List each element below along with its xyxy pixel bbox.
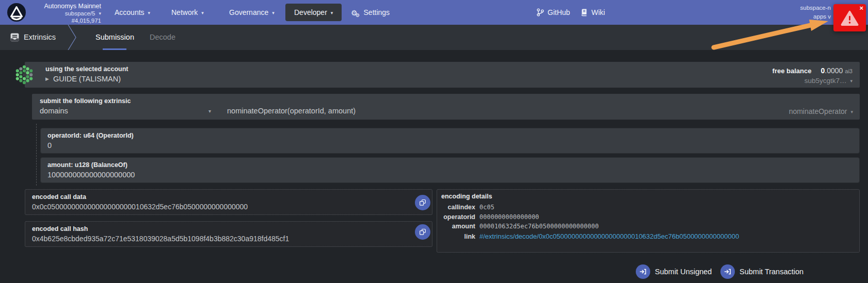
sign-in-icon [636,264,650,279]
encoding-row-value: 0000000000000000 [479,213,739,221]
extrinsic-panel: submit the following extrinsic domains ▾… [32,94,860,120]
account-identicon [14,64,35,85]
tab-decode[interactable]: Decode [150,25,175,50]
tab-submission[interactable]: Submission [95,25,134,50]
extrinsics-icon [10,32,20,42]
chevron-down-icon: ▾ [331,4,333,22]
param-operatorid: operatorId: u64 (OperatorId) 0 [40,128,860,154]
copy-call-data-button[interactable] [415,195,430,210]
close-icon[interactable]: × [859,5,863,11]
apps-version: apps v [733,12,831,21]
account-name: GUIDE (TALISMAN) [53,75,121,83]
submit-transaction-label: Submit Transaction [740,268,803,276]
menu-developer-active[interactable]: Developer▾ [285,4,342,21]
encoded-call-hash-row: encoded call hash 0x4b625e8cbded935a72c7… [25,221,432,247]
encoding-row-label: operatorid [441,213,475,221]
submit-unsigned-label: Submit Unsigned [655,268,712,276]
encoding-row-value: 000010632d5ec76b0500000000000000 [479,223,739,230]
balance-unit: ai3 [845,68,853,74]
autonomys-logo-icon[interactable] [7,3,26,22]
account-panel: using the selected account ▶GUIDE (TALIS… [25,62,860,88]
github-link[interactable]: GitHub [537,0,570,25]
runtime-selector[interactable]: subspace/5▾ [26,10,101,17]
menu-accounts[interactable]: Accounts▾ [115,0,150,25]
encoding-details-panel: encoding details callindex 0c05 operator… [437,189,860,253]
param-label: amount: u128 (BalanceOf) [47,161,127,169]
balance-fraction: .0000 [825,66,843,75]
git-branch-icon [537,8,544,16]
menu-network[interactable]: Network▾ [171,0,204,25]
param-amount: amount: u128 (BalanceOf) 100000000000000… [40,157,860,183]
encoded-call-hash-value: 0x4b625e8cbded935a72c71e5318039028a5d5b1… [32,235,289,243]
account-address: sub5ycgtk7… [805,77,847,85]
chevron-down-icon: ▾ [201,1,204,25]
node-name: subspace-n [733,4,831,12]
encoding-row-label: callindex [441,204,475,211]
book-icon [581,8,588,16]
encoding-row-value: 0c05 [479,204,739,211]
copy-call-hash-button[interactable] [415,224,430,240]
encoded-call-data-row: encoded call data 0x0c050000000000000000… [25,189,432,215]
chevron-down-icon: ▾ [148,1,151,25]
breadcrumb-chevron-icon [67,25,77,50]
extrinsic-section-label: submit the following extrinsic [40,97,131,105]
account-address-dropdown[interactable]: sub5ycgtk7…▾ [805,77,853,85]
free-balance-label: free balance [773,67,812,75]
encoding-row-label: amount [441,223,475,230]
chevron-down-icon: ▾ [850,78,853,84]
menu-settings[interactable]: ⚙⚙Settings [351,0,390,25]
encoded-call-data-label: encoded call data [32,193,86,201]
best-block-number: #4,015,971 [26,17,101,24]
tab-bar: Extrinsics Submission Decode [0,25,868,50]
chevron-down-icon: ▾ [850,109,853,114]
encoded-call-data-value: 0x0c050000000000000000000010632d5ec76b05… [32,203,248,211]
account-section-label: using the selected account [45,65,128,73]
encoding-details-title: encoding details [441,193,492,200]
extrinsics-page: Autonomys Mainnet subspace/5▾ #4,015,971… [0,0,868,283]
copy-icon [419,228,426,236]
param-amount-input[interactable]: 100000000000000000000 [47,171,135,179]
sign-in-icon [720,264,735,279]
top-nav: Autonomys Mainnet subspace/5▾ #4,015,971… [0,0,868,25]
param-operatorid-input[interactable]: 0 [47,141,52,149]
encoding-row-label: link [441,233,475,240]
chevron-down-icon: ▾ [272,1,275,25]
encoding-details-grid: callindex 0c05 operatorid 00000000000000… [441,204,739,240]
chevron-down-icon: ▾ [208,108,211,114]
error-alert-badge: × [833,4,866,31]
submit-transaction-button[interactable]: Submit Transaction [720,264,803,279]
submit-unsigned-button[interactable]: Submit Unsigned [636,264,712,279]
gears-icon: ⚙⚙ [351,1,360,28]
chevron-down-icon: ▾ [99,10,101,17]
encoded-call-hash-label: encoded call hash [32,225,88,232]
node-version-info: subspace-n apps v [733,4,831,21]
method-select[interactable]: nominateOperator▾ [789,107,853,115]
free-balance: free balance0.0000ai3 [773,66,853,75]
chain-info: Autonomys Mainnet subspace/5▾ #4,015,971 [26,3,101,24]
account-select[interactable]: ▶GUIDE (TALISMAN) [45,75,121,83]
pallet-select[interactable]: domains [40,107,68,115]
triangle-right-icon: ▶ [45,76,49,81]
copy-icon [419,199,426,206]
wiki-link[interactable]: Wiki [581,0,605,25]
decode-link[interactable]: #/extrinsics/decode/0x0c0500000000000000… [479,232,739,240]
section-title: Extrinsics [24,25,56,50]
chain-name: Autonomys Mainnet [26,3,101,10]
menu-governance[interactable]: Governance▾ [229,0,275,25]
params-guide-line [36,124,37,186]
method-signature: nominateOperator(operatorId, amount) [227,107,356,115]
param-label: operatorId: u64 (OperatorId) [47,132,134,139]
warning-triangle-icon [841,10,859,26]
